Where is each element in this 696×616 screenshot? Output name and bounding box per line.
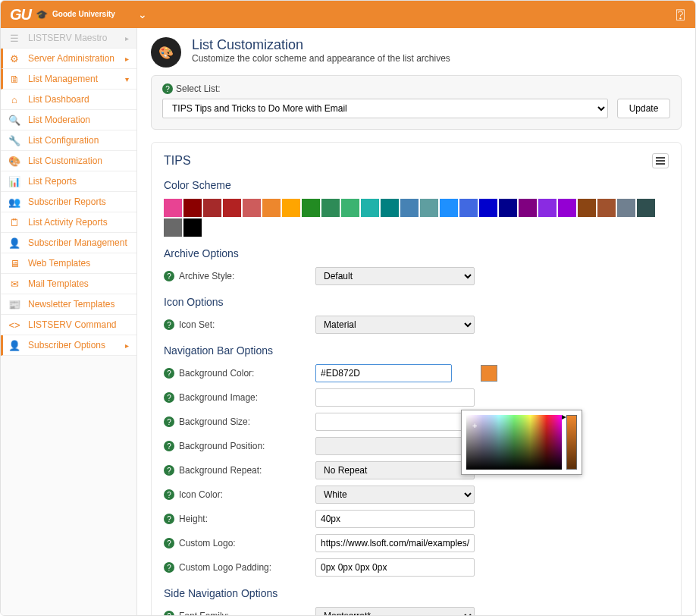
sidebar-item-8[interactable]: 👥Subscriber Reports xyxy=(1,192,136,212)
help-icon[interactable]: ? xyxy=(164,514,174,524)
sidebar-icon: 📊 xyxy=(8,176,20,187)
color-swatch-17[interactable] xyxy=(499,199,517,217)
sidebar-item-15[interactable]: 👤Subscriber Options▸ xyxy=(1,335,136,356)
font-family-select[interactable]: Montserrat* xyxy=(315,607,475,615)
chevron-down-icon[interactable]: ⌄ xyxy=(138,8,147,20)
color-swatch-20[interactable] xyxy=(558,199,576,217)
color-swatch-0[interactable] xyxy=(164,199,182,217)
sidebar-item-6[interactable]: 🎨List Customization xyxy=(1,151,136,171)
color-swatch-24[interactable] xyxy=(637,199,655,217)
archive-options-heading: Archive Options xyxy=(164,247,669,259)
color-swatch-13[interactable] xyxy=(420,199,438,217)
bg-color-input[interactable] xyxy=(315,364,452,382)
color-swatch-7[interactable] xyxy=(302,199,320,217)
color-picker-popup[interactable]: + ▸ xyxy=(461,410,582,475)
sidebar-item-label: Subscriber Reports xyxy=(28,196,106,207)
color-swatch-16[interactable] xyxy=(479,199,497,217)
update-button[interactable]: Update xyxy=(617,99,670,118)
sidebar-item-label: Server Administration xyxy=(28,53,114,64)
sidebar-item-2[interactable]: 🗎List Management▾ xyxy=(1,69,136,90)
sidebar-item-label: Mail Templates xyxy=(28,278,89,289)
color-swatch-1[interactable] xyxy=(183,199,202,217)
color-swatch-10[interactable] xyxy=(361,199,379,217)
icon-color-select[interactable]: White xyxy=(315,486,475,504)
help-icon[interactable]: ? xyxy=(164,416,174,427)
sidebar-icon: 🔧 xyxy=(8,135,20,146)
help-icon[interactable]: ? xyxy=(164,465,174,476)
color-swatch-21[interactable] xyxy=(578,199,596,217)
color-swatch-18[interactable] xyxy=(519,199,537,217)
color-swatch-14[interactable] xyxy=(440,199,458,217)
help-icon[interactable]: ? xyxy=(164,392,174,403)
bg-position-select[interactable] xyxy=(315,437,475,455)
sidebar-item-9[interactable]: 🗒List Activity Reports xyxy=(1,212,136,233)
color-swatch-6[interactable] xyxy=(282,199,300,217)
color-picker-field[interactable]: + xyxy=(466,415,562,470)
icon-set-label: Icon Set: xyxy=(179,319,215,330)
select-list-dropdown[interactable]: TIPS Tips and Tricks to Do More with Ema… xyxy=(162,99,608,118)
sidebar-item-3[interactable]: ⌂List Dashboard xyxy=(1,90,136,110)
color-swatch-23[interactable] xyxy=(617,199,635,217)
bg-color-swatch[interactable] xyxy=(481,365,497,382)
height-label: Height: xyxy=(179,514,208,524)
help-icon[interactable]: ? xyxy=(164,538,174,548)
help-icon[interactable]: ? xyxy=(164,319,174,330)
help-icon[interactable]: ⍰ xyxy=(676,7,685,23)
color-swatch-22[interactable] xyxy=(597,199,616,217)
sidebar-item-label: List Activity Reports xyxy=(28,217,108,228)
archive-style-select[interactable]: Default xyxy=(315,267,475,285)
color-swatch-2[interactable] xyxy=(203,199,221,217)
sidebar-item-0[interactable]: ☰LISTSERV Maestro▸ xyxy=(1,28,136,49)
sidebar-item-10[interactable]: 👤Subscriber Management xyxy=(1,233,136,253)
color-swatch-15[interactable] xyxy=(459,199,478,217)
icon-set-select[interactable]: Material xyxy=(315,316,475,334)
sidebar-item-1[interactable]: ⚙Server Administration▸ xyxy=(1,49,136,69)
color-swatch-26[interactable] xyxy=(183,218,202,237)
select-list-panel: ? Select List: TIPS Tips and Tricks to D… xyxy=(151,75,682,130)
caret-icon: ▸ xyxy=(125,34,129,42)
sidebar-item-7[interactable]: 📊List Reports xyxy=(1,171,136,192)
sidebar-item-13[interactable]: 📰Newsletter Templates xyxy=(1,294,136,315)
sidebar-item-11[interactable]: 🖥Web Templates xyxy=(1,253,136,274)
help-icon[interactable]: ? xyxy=(164,562,174,573)
sidebar-item-5[interactable]: 🔧List Configuration xyxy=(1,130,136,151)
color-swatch-11[interactable] xyxy=(381,199,399,217)
icon-color-label: Icon Color: xyxy=(179,489,223,500)
custom-logo-padding-label: Custom Logo Padding: xyxy=(179,562,271,573)
help-icon[interactable]: ? xyxy=(164,489,174,500)
help-icon[interactable]: ? xyxy=(164,441,174,451)
sidebar-item-14[interactable]: <>LISTSERV Command xyxy=(1,315,136,335)
color-picker-hue-slider[interactable] xyxy=(566,415,577,470)
custom-logo-padding-input[interactable] xyxy=(315,558,475,577)
sidebar-icon: 🔍 xyxy=(8,115,20,126)
color-swatch-5[interactable] xyxy=(262,199,281,217)
sidebar-item-label: LISTSERV Maestro xyxy=(28,33,107,43)
height-input[interactable] xyxy=(315,510,475,528)
color-swatch-25[interactable] xyxy=(164,218,182,237)
sidebar-item-label: List Management xyxy=(28,74,98,84)
bg-size-input[interactable] xyxy=(315,413,475,431)
sidebar-icon: ⚙ xyxy=(8,53,20,64)
sidebar-item-12[interactable]: ✉Mail Templates xyxy=(1,274,136,294)
color-swatch-9[interactable] xyxy=(341,199,359,217)
help-icon[interactable]: ? xyxy=(164,271,174,281)
help-icon[interactable]: ? xyxy=(164,611,174,615)
help-icon[interactable]: ? xyxy=(164,368,174,379)
hamburger-menu-icon[interactable] xyxy=(652,153,669,168)
color-swatch-4[interactable] xyxy=(243,199,261,217)
navbar-options-heading: Navigation Bar Options xyxy=(164,344,669,357)
sidebar-item-4[interactable]: 🔍List Moderation xyxy=(1,110,136,130)
color-swatch-3[interactable] xyxy=(223,199,241,217)
main-content: 🎨 List Customization Customize the color… xyxy=(137,28,695,615)
customization-panel: TIPS Color Scheme Archive Options ?Archi… xyxy=(151,142,682,615)
bg-size-label: Background Size: xyxy=(179,416,250,427)
bg-repeat-select[interactable]: No Repeat xyxy=(315,461,475,479)
color-swatch-12[interactable] xyxy=(400,199,419,217)
custom-logo-input[interactable] xyxy=(315,534,475,552)
bg-image-input[interactable] xyxy=(315,388,475,407)
sidebar-icon: ✉ xyxy=(8,278,20,290)
color-swatch-8[interactable] xyxy=(321,199,340,217)
help-icon[interactable]: ? xyxy=(162,83,173,94)
sidebar-item-label: List Configuration xyxy=(28,135,99,146)
color-swatch-19[interactable] xyxy=(538,199,556,217)
